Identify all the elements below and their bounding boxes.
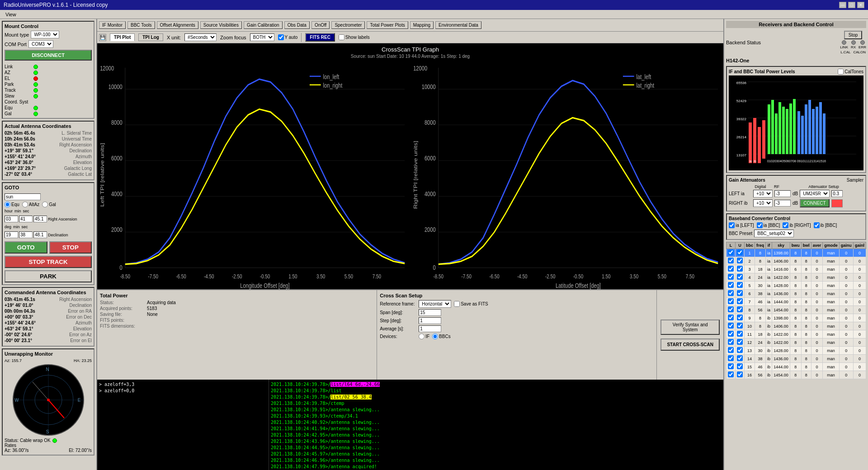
cal-tones-label[interactable]: CalTones (838, 69, 863, 75)
table-row[interactable]: 1438ib1436.00880man00 (726, 355, 866, 363)
ra-min-input[interactable] (19, 216, 33, 222)
table-row[interactable]: 638ia1436.00880man00 (726, 290, 866, 298)
stop-backend-button[interactable]: Stop (844, 31, 863, 39)
l-checkbox[interactable] (728, 371, 734, 377)
u-checkbox[interactable] (737, 315, 743, 320)
x-unit-select[interactable]: #Seconds (184, 33, 217, 41)
show-labels-checkbox[interactable] (339, 34, 344, 40)
total-power-plots-btn[interactable]: Total Power Plots (367, 21, 408, 29)
ia-left-checkbox[interactable] (729, 222, 735, 228)
table-row[interactable]: 424ia1422.00880man00 (726, 273, 866, 282)
maximize-button[interactable]: □ (848, 2, 855, 8)
dec-sec-input[interactable] (33, 231, 47, 238)
altaz-radio-label[interactable]: AltAz (22, 202, 39, 207)
u-checkbox[interactable] (737, 274, 743, 280)
save-icon[interactable]: 💾 (99, 34, 106, 41)
device-bbcs-label[interactable]: BBCs (432, 334, 451, 339)
table-row[interactable]: 108ib1406.00880man00 (726, 322, 866, 330)
average-input[interactable] (419, 325, 441, 332)
ia-left-checkbox-label[interactable]: ia [LEFT] (729, 222, 754, 228)
ra-sec-input[interactable] (33, 216, 47, 222)
fits-rec-button[interactable]: FITS REC (305, 33, 335, 42)
offset-alignments-btn[interactable]: Offset Alignments (157, 21, 198, 29)
verify-button[interactable]: Verify Syntax and System (660, 320, 720, 335)
altaz-radio[interactable] (22, 202, 28, 207)
gal-radio-label[interactable]: Gal (42, 202, 56, 207)
menu-view[interactable]: View (2, 11, 20, 18)
mapping-btn[interactable]: Mapping (410, 21, 434, 29)
l-checkbox[interactable] (728, 290, 734, 296)
l-checkbox[interactable] (728, 363, 734, 369)
save-fits-checkbox[interactable] (454, 301, 460, 307)
l-checkbox[interactable] (728, 339, 734, 345)
l-checkbox[interactable] (728, 347, 734, 353)
left-rf-input[interactable] (774, 190, 791, 197)
bbc-tools-btn[interactable]: BBC Tools (127, 21, 155, 29)
cal-tones-checkbox[interactable] (838, 69, 844, 75)
ra-hour-input[interactable] (5, 216, 18, 222)
u-checkbox[interactable] (737, 258, 743, 263)
u-checkbox[interactable] (737, 298, 743, 304)
on-off-btn[interactable]: OnOff (311, 21, 330, 29)
dec-min-input[interactable] (19, 231, 33, 238)
stop-button[interactable]: STOP (49, 241, 92, 254)
ref-frame-select[interactable]: Horizontal (419, 300, 451, 308)
stop-track-button[interactable]: STOP TRACK (5, 256, 92, 268)
table-row[interactable]: 1656ib1454.00880man00 (726, 371, 866, 379)
close-button[interactable]: ✕ (857, 2, 864, 8)
environmental-data-btn[interactable]: Environmental Data (435, 21, 481, 29)
tpi-log-tab[interactable]: TPI Log (138, 33, 163, 41)
step-input[interactable] (419, 317, 441, 324)
l-checkbox[interactable] (728, 323, 734, 329)
table-row[interactable]: 1118ib1422.00880man00 (726, 330, 866, 338)
gal-radio[interactable] (42, 202, 48, 207)
u-checkbox[interactable] (737, 290, 743, 296)
left-digital-select[interactable]: +10 (753, 190, 773, 197)
connect-button[interactable]: CONNECT (800, 199, 829, 207)
table-row[interactable]: 98ib1398.00880man00 (726, 314, 866, 322)
minimize-button[interactable]: — (839, 2, 846, 8)
l-checkbox[interactable] (728, 306, 734, 312)
span-input[interactable] (419, 309, 441, 316)
u-checkbox[interactable] (737, 266, 743, 272)
show-labels-label[interactable]: Show labels (339, 34, 370, 40)
device-if-radio[interactable] (419, 334, 425, 339)
tpi-plot-tab[interactable]: TPI Plot (110, 33, 135, 41)
right-digital-select[interactable]: +10 (753, 199, 773, 207)
dec-deg-input[interactable] (5, 231, 18, 238)
u-checkbox[interactable] (737, 363, 743, 369)
park-button[interactable]: PARK (5, 270, 92, 282)
table-row[interactable]: 1330ib1428.00880man00 (726, 347, 866, 355)
u-checkbox[interactable] (737, 347, 743, 353)
u-checkbox[interactable] (737, 339, 743, 345)
zoom-focus-select[interactable]: BOTH (250, 33, 274, 41)
left-setup-select[interactable]: UM245R (800, 190, 830, 197)
l-checkbox[interactable] (728, 355, 734, 361)
device-if-label[interactable]: IF (419, 334, 429, 339)
ib-bbc-checkbox-label[interactable]: ib [BBC] (814, 222, 837, 228)
l-checkbox[interactable] (728, 249, 734, 255)
l-checkbox[interactable] (728, 266, 734, 272)
source-visibilities-btn[interactable]: Source Visibilities (200, 21, 242, 29)
start-cross-scan-button[interactable]: START CROSS-SCAN (660, 338, 720, 351)
disconnect-button[interactable]: DISCONNECT (5, 50, 92, 61)
device-bbcs-radio[interactable] (432, 334, 438, 339)
l-checkbox[interactable] (728, 274, 734, 280)
com-port-select[interactable]: COM3 (28, 40, 53, 48)
u-checkbox[interactable] (737, 331, 743, 337)
u-checkbox[interactable] (737, 355, 743, 361)
l-checkbox[interactable] (728, 282, 734, 288)
l-checkbox[interactable] (728, 331, 734, 337)
if-monitor-btn[interactable]: IF Monitor (99, 21, 126, 29)
table-row[interactable]: 18ia1398.00880man00 (726, 249, 866, 257)
ib-right-checkbox-label[interactable]: ib [RIGHT] (783, 222, 811, 228)
table-row[interactable]: 318ia1416.00680man00 (726, 265, 866, 273)
table-row[interactable]: 856ia1454.00880man00 (726, 306, 866, 314)
y-auto-label[interactable]: Y auto (278, 34, 298, 40)
y-auto-checkbox[interactable] (278, 34, 284, 40)
table-row[interactable]: 1224ib1422.00880man00 (726, 338, 866, 347)
ia-bbc-checkbox-label[interactable]: ia [BBC] (757, 222, 780, 228)
spectrometer-btn[interactable]: Spectrometer (331, 21, 365, 29)
u-checkbox[interactable] (737, 282, 743, 288)
save-fits-label[interactable]: Save as FITS (454, 301, 488, 307)
